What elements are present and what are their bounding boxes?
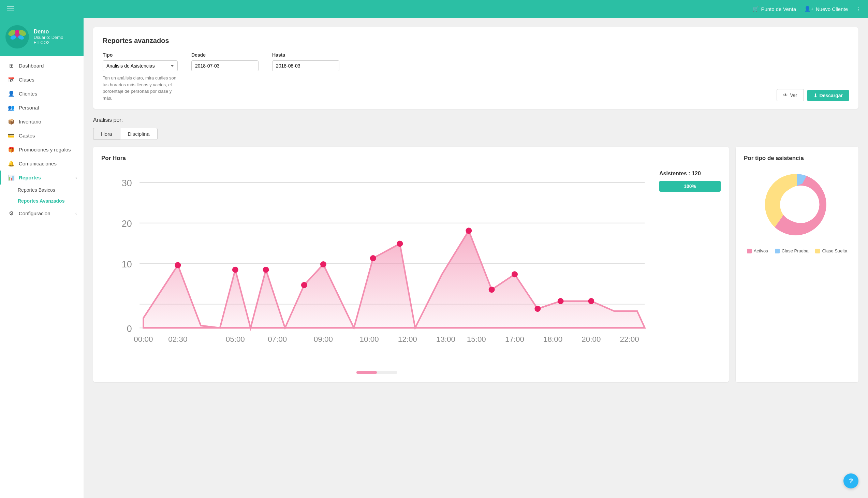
charts-row: Por Hora 30 20 10 bbox=[93, 147, 858, 382]
sidebar-item-comunicaciones[interactable]: 🔔 Comunicaciones bbox=[0, 157, 83, 171]
sidebar-item-promociones[interactable]: 🎁 Promociones y regalos bbox=[0, 143, 83, 157]
tab-disciplina[interactable]: Disciplina bbox=[120, 128, 158, 140]
sidebar-item-label: Inventario bbox=[19, 119, 41, 124]
svg-point-26 bbox=[535, 306, 541, 312]
personal-icon: 👥 bbox=[8, 104, 15, 111]
sidebar-sub-item-reportes-basicos[interactable]: Reportes Basicos bbox=[18, 185, 83, 195]
ver-button[interactable]: 👁 Ver bbox=[777, 89, 804, 101]
svg-text:12:00: 12:00 bbox=[398, 335, 417, 343]
legend-clase-suelta: Clase Suelta bbox=[815, 248, 847, 253]
svg-text:17:00: 17:00 bbox=[505, 335, 524, 343]
sidebar-item-dashboard[interactable]: ⊞ Dashboard bbox=[0, 59, 83, 73]
svg-point-24 bbox=[489, 287, 495, 293]
tipo-label: Tipo bbox=[103, 52, 178, 58]
help-button[interactable]: ? bbox=[843, 473, 858, 488]
tipo-filter-group: Tipo Analisis de Asistencias Ten un anál… bbox=[103, 52, 178, 101]
hamburger-icon[interactable] bbox=[7, 6, 14, 11]
configuracion-icon: ⚙ bbox=[8, 210, 15, 217]
sidebar-item-personal[interactable]: 👥 Personal bbox=[0, 101, 83, 115]
desde-input[interactable] bbox=[191, 61, 259, 71]
progress-bar-wrap: 100% bbox=[659, 181, 721, 192]
scrollbar-track bbox=[356, 371, 397, 374]
donut-wrap: Activos Clase Prueba Clase Suelta bbox=[744, 167, 850, 253]
sidebar-item-clases[interactable]: 📅 Clases bbox=[0, 73, 83, 87]
scrollbar-thumb bbox=[356, 371, 377, 374]
sidebar-item-clientes[interactable]: 👤 Clientes bbox=[0, 87, 83, 101]
desde-filter-group: Desde bbox=[191, 52, 259, 71]
progress-bar-fill: 100% bbox=[659, 181, 721, 192]
activos-label: Activos bbox=[754, 248, 768, 253]
sidebar-item-label: Gastos bbox=[19, 133, 35, 139]
clase-suelta-dot bbox=[815, 249, 820, 253]
hasta-input[interactable] bbox=[272, 61, 339, 71]
svg-text:10:00: 10:00 bbox=[359, 335, 379, 343]
reportes-icon: 📊 bbox=[8, 174, 15, 181]
hora-chart-stats: Asistentes : 120 100% bbox=[659, 167, 721, 192]
activos-dot bbox=[747, 249, 752, 253]
svg-text:05:00: 05:00 bbox=[226, 335, 245, 343]
tipo-chart-title: Por tipo de asistencia bbox=[744, 155, 850, 162]
descargar-button[interactable]: ⬇ Descargar bbox=[807, 90, 849, 101]
punto-de-venta-button[interactable]: 🛒 Punto de Venta bbox=[752, 6, 796, 12]
hora-chart-area: 30 20 10 0 bbox=[101, 167, 721, 374]
hasta-filter-group: Hasta bbox=[272, 52, 339, 71]
svg-point-23 bbox=[465, 227, 472, 234]
hora-chart-title: Por Hora bbox=[101, 155, 721, 162]
sidebar-item-label: Personal bbox=[19, 105, 39, 110]
tipo-select[interactable]: Analisis de Asistencias bbox=[103, 61, 178, 71]
sidebar-item-reportes[interactable]: 📊 Reportes ‹ bbox=[0, 171, 83, 185]
topnav: 🛒 Punto de Venta 👤+ Nuevo Cliente ⋮ bbox=[0, 0, 868, 18]
more-menu-button[interactable]: ⋮ bbox=[856, 6, 861, 12]
clientes-icon: 👤 bbox=[8, 90, 15, 97]
sidebar-item-inventario[interactable]: 📦 Inventario bbox=[0, 115, 83, 129]
svg-text:00:00: 00:00 bbox=[134, 335, 153, 343]
add-user-icon: 👤+ bbox=[804, 6, 814, 12]
sidebar-item-label: Comunicaciones bbox=[19, 161, 57, 167]
gastos-icon: 💳 bbox=[8, 132, 15, 139]
tipo-description: Ten un análisis claro, mira cuáles son t… bbox=[103, 75, 178, 101]
sidebar-item-label: Dashboard bbox=[19, 63, 44, 68]
analysis-tabs: Hora Disciplina bbox=[93, 128, 858, 140]
svg-text:20:00: 20:00 bbox=[581, 335, 601, 343]
reportes-submenu: Reportes Basicos Reportes Avanzados bbox=[0, 185, 83, 206]
svg-point-17 bbox=[232, 267, 238, 273]
tab-hora[interactable]: Hora bbox=[93, 128, 120, 140]
chevron-icon: ‹ bbox=[75, 175, 77, 180]
sidebar-item-configuracion[interactable]: ⚙ Configuracion ‹ bbox=[0, 206, 83, 220]
svg-text:10: 10 bbox=[122, 259, 132, 270]
sidebar-header: Demo Usuario: Demo FITCO2 bbox=[0, 18, 83, 56]
desde-label: Desde bbox=[191, 52, 259, 58]
donut-chart-svg bbox=[760, 167, 834, 242]
analysis-label: Análisis por: bbox=[93, 117, 858, 123]
punto-de-venta-label: Punto de Venta bbox=[761, 6, 796, 12]
svg-point-28 bbox=[588, 298, 594, 304]
sidebar-sub-item-reportes-avanzados[interactable]: Reportes Avanzados bbox=[18, 195, 83, 206]
sidebar-item-gastos[interactable]: 💳 Gastos bbox=[0, 129, 83, 143]
eye-icon: 👁 bbox=[783, 92, 788, 98]
svg-text:30: 30 bbox=[122, 178, 132, 188]
svg-point-22 bbox=[397, 240, 403, 247]
cart-icon: 🛒 bbox=[752, 6, 759, 12]
svg-text:09:00: 09:00 bbox=[314, 335, 333, 343]
chart-scrollbar[interactable] bbox=[101, 371, 653, 374]
svg-text:18:00: 18:00 bbox=[543, 335, 562, 343]
svg-point-42 bbox=[780, 187, 814, 222]
nuevo-cliente-button[interactable]: 👤+ Nuevo Cliente bbox=[804, 6, 848, 12]
clases-icon: 📅 bbox=[8, 76, 15, 83]
legend-clase-prueba: Clase Prueba bbox=[775, 248, 808, 253]
download-icon: ⬇ bbox=[813, 93, 817, 98]
hora-chart-svg-wrap: 30 20 10 0 bbox=[101, 167, 653, 374]
sidebar-item-label: Reportes bbox=[19, 175, 41, 181]
svg-point-16 bbox=[175, 262, 181, 268]
nuevo-cliente-label: Nuevo Cliente bbox=[816, 6, 848, 12]
svg-text:0: 0 bbox=[127, 324, 132, 334]
hora-chart-card: Por Hora 30 20 10 bbox=[93, 147, 729, 382]
sidebar-item-label: Configuracion bbox=[19, 210, 51, 216]
sidebar-nav: ⊞ Dashboard 📅 Clases 👤 Clientes 👥 Person… bbox=[0, 56, 83, 498]
filter-actions: 👁 Ver ⬇ Descargar bbox=[777, 89, 849, 101]
sidebar-user-info: Demo Usuario: Demo FITCO2 bbox=[34, 29, 78, 45]
svg-point-27 bbox=[558, 298, 564, 304]
donut-legend: Activos Clase Prueba Clase Suelta bbox=[747, 248, 847, 253]
sidebar-item-label: Promociones y regalos bbox=[19, 147, 71, 153]
svg-point-18 bbox=[263, 267, 269, 273]
